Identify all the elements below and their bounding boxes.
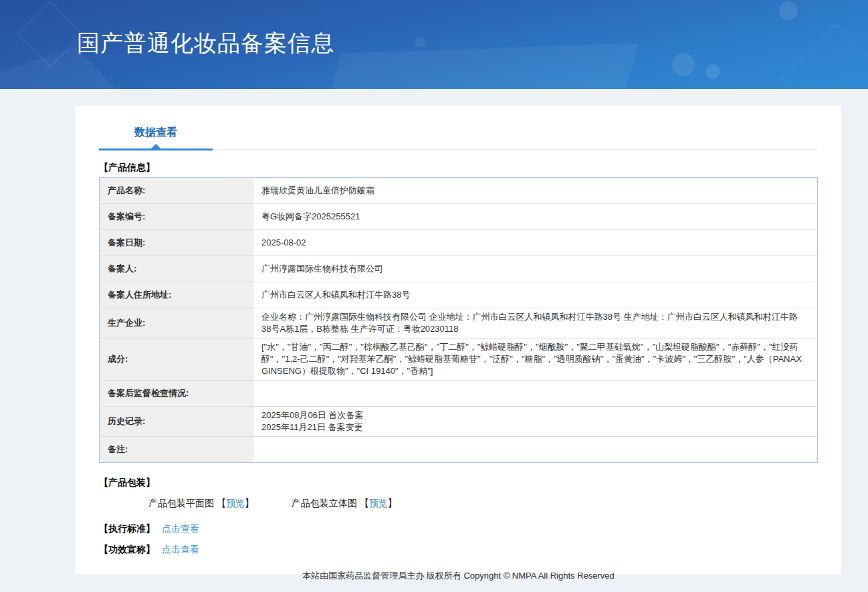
- packaging-stereo-label: 产品包装立体图: [292, 498, 357, 508]
- standards-row: 【执行标准】点击查看: [99, 522, 818, 534]
- row-label: 成分:: [100, 338, 253, 381]
- bracket-open: 【: [360, 498, 369, 508]
- packaging-stereo-group: 产品包装立体图 【预览】: [292, 497, 397, 509]
- page-title: 国产普通化妆品备案信息: [77, 28, 334, 59]
- row-value: ["水"，"甘油"，"丙二醇"，"棕榈酸乙基己酯"，"丁二醇"，"鲸蜡硬脂醇"，…: [253, 338, 818, 381]
- page-banner: 国产普通化妆品备案信息: [0, 0, 868, 89]
- banner-circle-decoration: [706, 64, 720, 79]
- efficacy-row: 【功效宣称】点击查看: [99, 543, 818, 555]
- footer-text: 本站由国家药品监督管理局主办 版权所有 Copyright © NMPA All…: [76, 570, 841, 582]
- row-label: 备案编号:: [100, 204, 253, 230]
- bracket-close: 】: [245, 498, 254, 508]
- row-label: 历史记录:: [100, 407, 253, 437]
- table-row: 历史记录: 2025年08月06日 首次备案 2025年11月21日 备案变更: [100, 407, 818, 437]
- banner-diamond-decoration: [17, 1, 84, 68]
- packaging-row: 产品包装平面图 【预览】 产品包装立体图 【预览】: [148, 497, 818, 509]
- banner-diamond-decoration: [779, 23, 868, 89]
- packaging-flat-group: 产品包装平面图 【预览】: [148, 497, 254, 509]
- row-label: 备注:: [100, 437, 253, 463]
- row-value: 雅瑞欣蛋黄油儿童倍护防皴霜: [253, 178, 818, 204]
- tab-data-view[interactable]: 数据查看: [99, 126, 213, 151]
- row-value: 粤G妆网备字2025255521: [253, 204, 818, 230]
- table-row: 备案编号: 粤G妆网备字2025255521: [100, 204, 818, 230]
- table-row: 备注:: [100, 437, 818, 463]
- product-info-table: 产品名称: 雅瑞欣蛋黄油儿童倍护防皴霜 备案编号: 粤G妆网备字20252555…: [99, 177, 818, 463]
- bracket-close: 】: [388, 498, 397, 508]
- banner-circle-decoration: [415, 37, 425, 47]
- row-label: 备案人:: [100, 256, 253, 282]
- table-row: 生产企业: 企业名称：广州淳露国际生物科技有限公司 企业地址：广州市白云区人和镇…: [100, 308, 818, 338]
- packaging-flat-label: 产品包装平面图: [148, 498, 214, 508]
- table-row: 产品名称: 雅瑞欣蛋黄油儿童倍护防皴霜: [100, 178, 818, 204]
- row-label: 备案后监督检查情况:: [100, 381, 253, 407]
- row-value: 企业名称：广州淳露国际生物科技有限公司 企业地址：广州市白云区人和镇凤和村江牛路…: [253, 308, 818, 338]
- row-value: 2025-08-02: [253, 230, 818, 256]
- section-title-product-info: 【产品信息】: [99, 161, 818, 173]
- row-label: 备案日期:: [100, 230, 253, 256]
- table-row: 备案后监督检查情况:: [100, 381, 818, 407]
- bracket-open: 【: [217, 498, 226, 508]
- banner-polygon-decoration: [324, 43, 639, 89]
- table-row: 备案日期: 2025-08-02: [100, 230, 818, 256]
- banner-circle-decoration: [779, 1, 798, 20]
- standards-view-link[interactable]: 点击查看: [162, 523, 199, 534]
- efficacy-label: 【功效宣称】: [99, 544, 155, 555]
- tab-bar: 数据查看: [99, 114, 818, 151]
- row-value: [253, 437, 818, 463]
- content-card: 数据查看 【产品信息】 产品名称: 雅瑞欣蛋黄油儿童倍护防皴霜 备案编号: 粤G…: [76, 106, 841, 574]
- row-value: 广州市白云区人和镇凤和村江牛路38号: [253, 282, 818, 308]
- standards-label: 【执行标准】: [99, 523, 155, 534]
- row-label: 备案人住所地址:: [100, 282, 253, 308]
- efficacy-view-link[interactable]: 点击查看: [162, 544, 199, 555]
- row-value: 2025年08月06日 首次备案 2025年11月21日 备案变更: [253, 407, 818, 437]
- packaging-flat-preview-link[interactable]: 预览: [226, 498, 245, 508]
- packaging-stereo-preview-link[interactable]: 预览: [369, 498, 388, 508]
- row-value: 广州淳露国际生物科技有限公司: [253, 256, 818, 282]
- row-value: [253, 381, 818, 407]
- row-label: 产品名称:: [100, 178, 253, 204]
- table-row: 备案人: 广州淳露国际生物科技有限公司: [100, 256, 818, 282]
- table-row: 成分: ["水"，"甘油"，"丙二醇"，"棕榈酸乙基己酯"，"丁二醇"，"鲸蜡硬…: [100, 338, 818, 381]
- row-label: 生产企业:: [100, 308, 253, 338]
- banner-circle-decoration: [672, 54, 695, 76]
- table-row: 备案人住所地址: 广州市白云区人和镇凤和村江牛路38号: [100, 282, 818, 308]
- section-title-packaging: 【产品包装】: [99, 476, 818, 488]
